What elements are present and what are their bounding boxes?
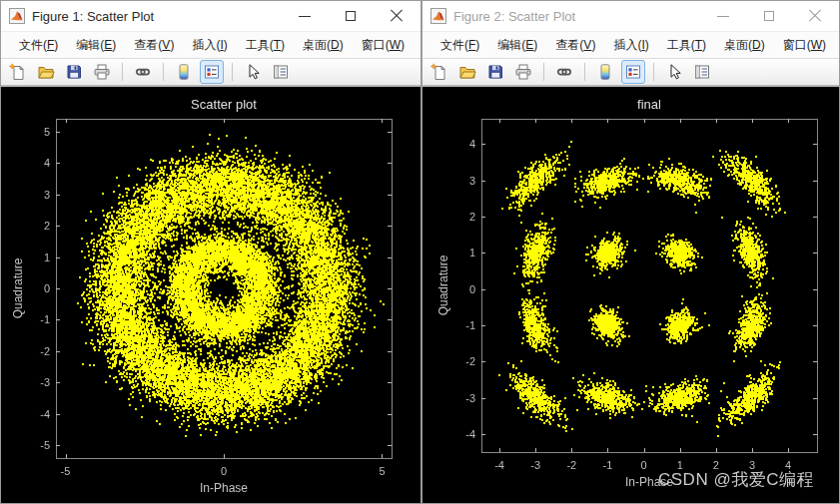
scatter-plot-canvas[interactable]: [1, 88, 420, 504]
insert-legend-icon: [624, 63, 642, 81]
menu-item-F[interactable]: 文件(F): [431, 34, 488, 57]
new-figure-button[interactable]: [6, 60, 30, 84]
matlab-figure-icon: [430, 8, 446, 24]
y-axis-label: Quadrature: [436, 255, 450, 316]
toolbar: [1, 58, 420, 87]
menu-item-I[interactable]: 插入(I): [183, 34, 236, 57]
link-plot-button[interactable]: [131, 60, 155, 84]
new-figure-icon: [9, 63, 27, 81]
close-icon[interactable]: [808, 9, 822, 23]
link-plot-icon: [555, 63, 573, 81]
menu-item-V[interactable]: 查看(V): [125, 34, 183, 57]
menu-item-E[interactable]: 编辑(E): [488, 34, 546, 57]
insert-legend-icon: [203, 63, 221, 81]
insert-colorbar-icon: [596, 63, 614, 81]
print-figure-icon: [93, 63, 111, 81]
edit-plot-button[interactable]: [662, 60, 686, 84]
window-title: Figure 1: Scatter Plot: [32, 9, 298, 24]
link-plot-button[interactable]: [552, 60, 576, 84]
matlab-figure-icon: [9, 8, 25, 24]
plot-browser-button[interactable]: [690, 60, 714, 84]
desktop: Figure 1: Scatter Plot 文件(F)编辑(E)查看(V)插入…: [0, 0, 840, 504]
save-figure-button[interactable]: [62, 60, 86, 84]
figure2-window: Figure 2: Scatter Plot 文件(F)编辑(E)查看(V)插入…: [421, 0, 840, 504]
plot-browser-icon: [693, 63, 711, 81]
menu-item-T[interactable]: 工具(T): [658, 34, 715, 57]
insert-legend-button[interactable]: [200, 60, 224, 84]
open-file-icon: [37, 63, 55, 81]
figure-canvas-area: Scatter plot In-Phase Quadrature -505-5-…: [1, 88, 420, 503]
new-figure-icon: [430, 63, 448, 81]
print-figure-icon: [514, 63, 532, 81]
menu-item-F[interactable]: 文件(F): [10, 34, 67, 57]
plot-title: final: [637, 97, 661, 112]
titlebar: Figure 1: Scatter Plot: [1, 1, 420, 31]
toolbar-separator: [163, 63, 164, 81]
close-icon[interactable]: [390, 9, 404, 23]
scatter-plot-canvas[interactable]: [422, 88, 839, 504]
save-figure-icon: [65, 63, 83, 81]
menubar: 文件(F)编辑(E)查看(V)插入(I)工具(T)桌面(D)窗口(W)帮助(H)…: [422, 31, 839, 58]
window-controls: [716, 9, 822, 23]
insert-legend-button[interactable]: [621, 60, 645, 84]
menu-item-D[interactable]: 桌面(D): [294, 34, 353, 57]
toolbar-separator: [653, 63, 654, 81]
menu-item-E[interactable]: 编辑(E): [67, 34, 125, 57]
plot-browser-button[interactable]: [269, 60, 293, 84]
watermark: CSDN @我爱C编程: [658, 468, 814, 491]
toolbar: [422, 58, 839, 87]
menu-item-I[interactable]: 插入(I): [604, 34, 657, 57]
plot-browser-icon: [272, 63, 290, 81]
titlebar: Figure 2: Scatter Plot: [422, 1, 839, 31]
print-figure-button[interactable]: [90, 60, 114, 84]
y-axis-label: Quadrature: [11, 258, 25, 319]
x-axis-label: In-Phase: [200, 481, 248, 495]
window-controls: [298, 9, 404, 23]
minimize-icon[interactable]: [716, 9, 730, 23]
print-figure-button[interactable]: [511, 60, 535, 84]
new-figure-button[interactable]: [427, 60, 451, 84]
open-file-button[interactable]: [34, 60, 58, 84]
edit-plot-button[interactable]: [241, 60, 265, 84]
menubar: 文件(F)编辑(E)查看(V)插入(I)工具(T)桌面(D)窗口(W)帮助(H)…: [1, 31, 420, 58]
insert-colorbar-button[interactable]: [172, 60, 196, 84]
figure-canvas-area: final In-Phase Quadrature -4-3-2-101234-…: [422, 88, 839, 503]
link-plot-icon: [134, 63, 152, 81]
save-figure-icon: [486, 63, 504, 81]
menu-item-W[interactable]: 窗口(W): [353, 34, 414, 57]
insert-colorbar-icon: [175, 63, 193, 81]
figure1-window: Figure 1: Scatter Plot 文件(F)编辑(E)查看(V)插入…: [0, 0, 421, 504]
open-file-button[interactable]: [455, 60, 479, 84]
menu-item-V[interactable]: 查看(V): [546, 34, 604, 57]
save-figure-button[interactable]: [483, 60, 507, 84]
menu-item-T[interactable]: 工具(T): [237, 34, 294, 57]
edit-plot-icon: [665, 63, 683, 81]
toolbar-separator: [543, 63, 544, 81]
plot-title: Scatter plot: [191, 97, 257, 112]
toolbar-separator: [232, 63, 233, 81]
minimize-icon[interactable]: [298, 9, 312, 23]
menu-item-H[interactable]: 帮助(H): [414, 34, 421, 57]
menu-item-D[interactable]: 桌面(D): [715, 34, 774, 57]
menu-item-H[interactable]: 帮助(H): [835, 34, 840, 57]
insert-colorbar-button[interactable]: [593, 60, 617, 84]
toolbar-separator: [122, 63, 123, 81]
window-title: Figure 2: Scatter Plot: [453, 9, 716, 24]
edit-plot-icon: [244, 63, 262, 81]
toolbar-separator: [584, 63, 585, 81]
maximize-icon[interactable]: [762, 9, 776, 23]
maximize-icon[interactable]: [344, 9, 358, 23]
menu-item-W[interactable]: 窗口(W): [774, 34, 835, 57]
open-file-icon: [458, 63, 476, 81]
